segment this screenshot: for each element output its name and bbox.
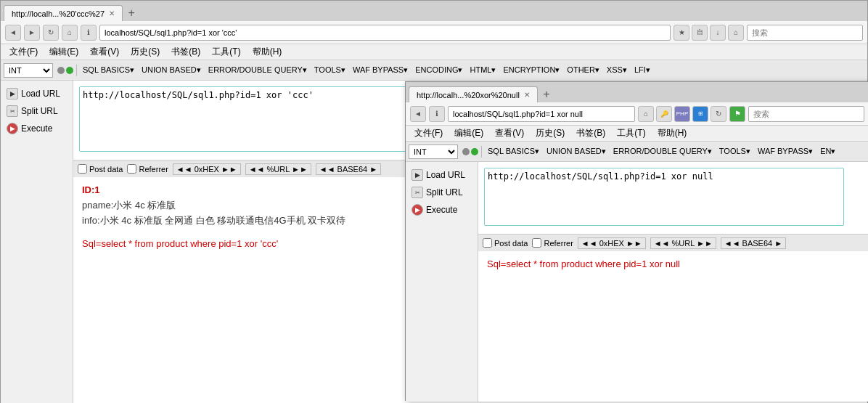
menu-file[interactable]: 文件(F) [4,44,44,60]
popup-menu-file[interactable]: 文件(F) [409,126,449,141]
home-button[interactable]: ⌂ [62,25,78,41]
load-url-label: Load URL [21,89,60,99]
popup-post-data-checkbox[interactable] [483,238,492,248]
split-url-button[interactable]: ✂ Split URL [4,104,70,118]
popup-bottom-bar: Post data Referrer ◄◄ 0xHEX ►► ◄◄ %URL ►… [478,234,868,251]
popup-toolbar-tools[interactable]: TOOLS▾ [716,145,753,158]
popup-win-icon[interactable]: ⊞ [692,106,708,122]
load-url-button[interactable]: ▶ Load URL [4,86,70,101]
toolbar-waf-bypass[interactable]: WAF BYPASS▾ [350,64,411,76]
popup-php-icon[interactable]: PHP [674,106,690,122]
popup-execute-button[interactable]: ▶ Execute [409,203,475,217]
main-address-bar: ◄ ► ↻ ⌂ ℹ ★ 自 ↓ ⌂ [1,21,867,44]
main-address-input[interactable] [99,25,671,41]
home-btn2[interactable]: ⌂ [728,25,744,41]
toolbar-sql-basics[interactable]: SQL BASICS▾ [80,64,137,76]
popup-toolbar-union-based[interactable]: UNION BASED▾ [544,145,609,158]
url-encode-btn[interactable]: ◄◄ %URL ►► [245,163,311,175]
popup-url-encode-btn[interactable]: ◄◄ %URL ►► [650,237,716,249]
popup-menu-view[interactable]: 查看(V) [489,126,530,141]
menu-history[interactable]: 历史(S) [125,44,165,60]
forward-button[interactable]: ► [24,25,40,41]
back-button[interactable]: ◄ [5,25,21,41]
toolbar-other[interactable]: OTHER▾ [564,64,602,76]
popup-address-bar: ◄ ℹ ⌂ 🔑 PHP ⊞ ↻ ⚑ [406,102,868,126]
popup-referrer-checkbox-item: Referrer [532,238,573,248]
popup-output-sql: Sql=select * from product where pid=1 xo… [487,257,860,272]
popup-menu-tools[interactable]: 工具(T) [611,126,651,141]
menu-bookmarks[interactable]: 书签(B) [165,44,206,60]
popup-info-button[interactable]: ℹ [429,106,445,122]
menu-edit[interactable]: 编辑(E) [44,44,84,60]
popup-tab-bar: http://localh...%20xor%20null ✕ + [406,82,868,102]
popup-tab-close[interactable]: ✕ [524,91,530,99]
referrer-checkbox[interactable] [127,164,136,174]
split-url-icon: ✂ [7,105,18,117]
popup-refresh-button[interactable]: ↻ [711,106,726,122]
popup-home-icon[interactable]: ⌂ [638,106,654,122]
popup-referrer-checkbox[interactable] [532,238,541,248]
popup-back-button[interactable]: ◄ [410,106,426,122]
popup-toolbar-en[interactable]: EN▾ [817,145,838,158]
popup-new-tab-button[interactable]: + [538,86,555,102]
auto-btn[interactable]: 自 [692,25,708,41]
load-url-icon: ▶ [7,88,18,99]
popup-load-url-icon: ▶ [412,169,423,181]
main-tab-label: http://localh...%20'ccc%27 [12,9,105,18]
popup-execute-label: Execute [426,205,457,215]
post-data-checkbox[interactable] [78,164,87,174]
download-btn[interactable]: ↓ [710,25,726,41]
popup-execute-icon: ▶ [412,204,423,216]
popup-post-data-checkbox-item: Post data [483,238,528,248]
info-button[interactable]: ℹ [81,25,97,41]
popup-int-select[interactable]: INT STRING [409,144,458,159]
main-search-input[interactable] [747,25,863,41]
base64-encode-btn[interactable]: ◄◄ BASE64 ► [316,163,381,175]
main-toolbar: INT STRING SQL BASICS▾ UNION BASED▾ ERRO… [1,60,867,81]
main-tab-close[interactable]: ✕ [109,9,115,17]
popup-split-url-button[interactable]: ✂ Split URL [409,185,475,200]
popup-split-url-label: Split URL [426,187,463,198]
popup-menu-history[interactable]: 历史(S) [530,126,570,141]
new-tab-button[interactable]: + [123,5,140,21]
execute-button[interactable]: ▶ Execute [4,121,70,136]
menu-view[interactable]: 查看(V) [84,44,125,60]
main-sidebar: ▶ Load URL ✂ Split URL ▶ Execute [1,81,73,403]
popup-toolbar-sql-basics[interactable]: SQL BASICS▾ [485,145,542,158]
popup-address-input[interactable] [448,106,635,122]
popup-browser-window: http://localh...%20xor%20null ✕ + ◄ ℹ ⌂ … [405,81,868,401]
toolbar-xss[interactable]: XSS▾ [604,64,630,76]
popup-menu-edit[interactable]: 编辑(E) [449,126,489,141]
main-int-select[interactable]: INT STRING [4,63,53,78]
menu-help[interactable]: 帮助(H) [247,44,288,60]
popup-load-url-button[interactable]: ▶ Load URL [409,168,475,182]
popup-toolbar-error-double[interactable]: ERROR/DOUBLE QUERY▾ [610,145,715,158]
popup-hex-encode-btn[interactable]: ◄◄ 0xHEX ►► [578,237,646,249]
hex-encode-btn[interactable]: ◄◄ 0xHEX ►► [173,163,241,175]
popup-base64-encode-btn[interactable]: ◄◄ BASE64 ► [721,237,786,249]
menu-tools[interactable]: 工具(T) [206,44,246,60]
main-browser-tab[interactable]: http://localh...%20'ccc%27 ✕ [4,5,123,21]
popup-tab-label: http://localh...%20xor%20null [417,91,520,99]
popup-bookmark-btn[interactable]: ⚑ [729,106,745,122]
toolbar-error-double[interactable]: ERROR/DOUBLE QUERY▾ [205,64,310,76]
toolbar-html[interactable]: HTML▾ [467,64,499,76]
execute-label: Execute [21,123,52,134]
popup-sidebar: ▶ Load URL ✂ Split URL ▶ Execute [406,162,478,402]
toolbar-lfi[interactable]: LFI▾ [631,64,653,76]
popup-lock-icon[interactable]: 🔑 [656,106,672,122]
toolbar-union-based[interactable]: UNION BASED▾ [139,64,204,76]
toolbar-encoding[interactable]: ENCODING▾ [412,64,465,76]
popup-url-textarea[interactable] [484,168,844,226]
bookmark-star[interactable]: ★ [673,25,689,41]
popup-search-input[interactable] [748,106,864,122]
referrer-label: Referrer [139,165,168,174]
refresh-button[interactable]: ↻ [43,25,59,41]
popup-menu-help[interactable]: 帮助(H) [652,126,693,141]
toolbar-encryption[interactable]: ENCRYPTION▾ [500,64,562,76]
popup-browser-tab[interactable]: http://localh...%20xor%20null ✕ [409,86,538,102]
popup-post-data-label: Post data [494,239,528,248]
toolbar-tools[interactable]: TOOLS▾ [311,64,348,76]
popup-toolbar-waf-bypass[interactable]: WAF BYPASS▾ [755,145,816,158]
popup-menu-bookmarks[interactable]: 书签(B) [570,126,611,141]
